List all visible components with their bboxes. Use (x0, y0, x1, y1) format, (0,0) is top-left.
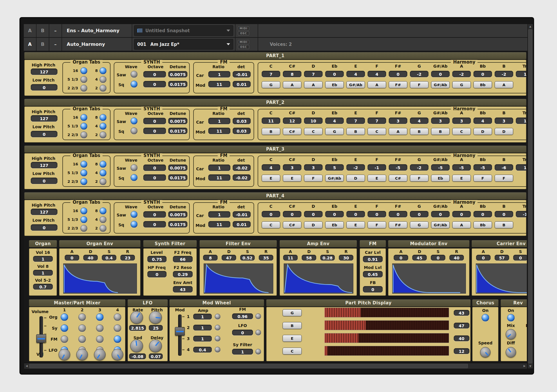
ens-a-button[interactable]: A (24, 24, 36, 37)
saw-detune-value[interactable]: 0.0075 (168, 71, 187, 77)
saw-led[interactable] (131, 71, 138, 78)
saw-octave-value[interactable]: 0 (143, 71, 166, 77)
high-pitch-value[interactable]: 127 (31, 115, 57, 122)
harmony-note-button[interactable]: A (304, 81, 323, 88)
mod-ratio-value[interactable]: 11 (208, 174, 230, 181)
midi-indicator[interactable]: MIDI (238, 26, 249, 30)
harmony-interval-value[interactable]: 0 (325, 71, 344, 77)
harmony-note-button[interactable]: G#/Ab (346, 81, 365, 88)
harmony-interval-value[interactable]: 4 (346, 71, 365, 77)
harmony-interval-value[interactable]: 4 (325, 118, 344, 124)
car-det-value[interactable]: -0.01 (233, 211, 251, 218)
low-pitch-value[interactable]: 0 (31, 224, 57, 231)
pitch-value[interactable]: 40 (454, 335, 469, 341)
lfo-spd-value[interactable]: -0.08 (129, 353, 146, 359)
pitch-value[interactable]: 47 (454, 323, 469, 328)
harmony-note-button[interactable]: F# (389, 221, 407, 228)
level-value[interactable]: 0.75 (147, 256, 167, 262)
organ-tab-led[interactable] (100, 85, 106, 92)
harmony-note-button[interactable]: C# (283, 221, 301, 228)
car-ratio-value[interactable]: 1 (208, 118, 230, 124)
harmony-note-button[interactable]: G (325, 128, 344, 135)
car-det-value[interactable]: -0.01 (233, 71, 251, 77)
adsr-value[interactable]: 35 (259, 255, 273, 261)
mixer-vol-knob[interactable] (76, 349, 88, 360)
harmony-interval-value[interactable]: 0 (473, 211, 492, 217)
harmony-note-button[interactable]: Eb (431, 175, 450, 182)
mixer-led[interactable] (114, 335, 121, 343)
organ-tab-led[interactable] (80, 178, 87, 185)
mod-amp-value[interactable]: 1 (193, 325, 212, 330)
harmony-note-button[interactable]: C (262, 221, 280, 228)
harmony-interval-value[interactable]: 4 (473, 118, 492, 124)
car-ratio-value[interactable]: 1 (208, 211, 230, 218)
saw-octave-value[interactable]: 0 (143, 118, 166, 124)
harmony-interval-value[interactable]: 0 (346, 211, 365, 217)
low-pitch-value[interactable]: 0 (31, 84, 57, 91)
sq-led[interactable] (131, 174, 138, 181)
high-pitch-value[interactable]: 127 (31, 209, 57, 215)
harmony-interval-value[interactable]: -2 (410, 164, 428, 171)
mod-row-led[interactable] (215, 314, 220, 319)
organ-tab-led[interactable] (80, 85, 87, 92)
car-det-value[interactable]: 0.03 (233, 118, 251, 124)
organ-tab-led[interactable] (100, 161, 106, 168)
mod-amp-value[interactable]: 1 (193, 314, 212, 319)
sq-led[interactable] (131, 81, 138, 88)
saw-led[interactable] (131, 211, 138, 218)
osc-indicator[interactable]: OSC (238, 45, 249, 49)
car-det-value[interactable]: -0.02 (233, 165, 251, 171)
organ-tab-led[interactable] (80, 123, 87, 130)
sq-detune-value[interactable]: 0.0175 (168, 128, 187, 134)
harmony-interval-value[interactable]: 0 (389, 71, 407, 77)
harmony-note-button[interactable]: D (495, 128, 513, 135)
harmony-interval-value[interactable]: 0 (495, 211, 513, 217)
organ-tab-led[interactable] (100, 123, 106, 130)
organ-tab-led[interactable] (100, 76, 106, 83)
adsr-value[interactable]: 0.52 (240, 255, 255, 261)
sy-filter-value[interactable]: 1 (232, 349, 253, 355)
sy-filter-led[interactable] (255, 349, 261, 355)
adsr-value[interactable]: 30 (339, 255, 353, 261)
harmony-interval-value[interactable]: -2 (452, 71, 471, 77)
saw-detune-value[interactable]: 0.0075 (168, 165, 187, 171)
lfo-wheel-value[interactable]: 0 (232, 330, 253, 335)
harmony-interval-value[interactable]: 3 (283, 164, 301, 171)
reverb-on-led[interactable] (507, 314, 515, 321)
organ-tab-led[interactable] (80, 207, 87, 214)
harmony-note-button[interactable]: E (452, 175, 471, 182)
mod-lvl-value[interactable]: 0.45 (363, 271, 383, 277)
sq-detune-value[interactable]: 0.0175 (168, 81, 187, 87)
chorus-on-led[interactable] (482, 314, 489, 321)
mod-ratio-value[interactable]: 11 (208, 221, 230, 227)
pitch-note-button[interactable]: G (283, 309, 302, 316)
inst-minimize-button[interactable]: – (49, 38, 62, 51)
sq-octave-value[interactable]: 0 (143, 81, 166, 87)
pitch-note-button[interactable]: C (283, 348, 302, 355)
saw-detune-value[interactable]: 0.0075 (168, 211, 187, 218)
f2-freq-value[interactable]: 66 (173, 256, 193, 262)
harmony-interval-value[interactable]: -2 (346, 164, 365, 171)
sq-octave-value[interactable]: 0 (143, 174, 166, 181)
sq-octave-value[interactable]: 0 (143, 128, 166, 134)
harmony-note-button[interactable]: A (368, 81, 386, 88)
sq-led[interactable] (131, 221, 138, 228)
harmony-interval-value[interactable]: -2 (495, 71, 513, 77)
harmony-interval-value[interactable]: 3 (495, 118, 513, 124)
pitch-value[interactable]: 12 (454, 348, 469, 354)
organ-tab-led[interactable] (80, 216, 87, 223)
car-lvl-value[interactable]: 0.91 (363, 256, 383, 262)
harmony-interval-value[interactable]: 0 (410, 211, 428, 217)
f2-reso-value[interactable]: 0.29 (173, 271, 193, 277)
adsr-value[interactable]: 0.4 (102, 255, 116, 261)
lfo-spd-knob[interactable] (130, 339, 143, 352)
harmony-interval-value[interactable]: 11 (262, 118, 280, 124)
adsr-value[interactable]: 0 (65, 255, 79, 261)
adsr-value[interactable]: 23 (120, 255, 135, 261)
harmony-note-button[interactable]: Eb (325, 81, 344, 88)
organ-tab-led[interactable] (100, 131, 106, 138)
fm-wheel-led[interactable] (255, 313, 261, 319)
harmony-note-button[interactable]: E (283, 175, 301, 182)
harmony-note-button[interactable]: F (410, 81, 428, 88)
organ-tab-led[interactable] (100, 169, 106, 176)
